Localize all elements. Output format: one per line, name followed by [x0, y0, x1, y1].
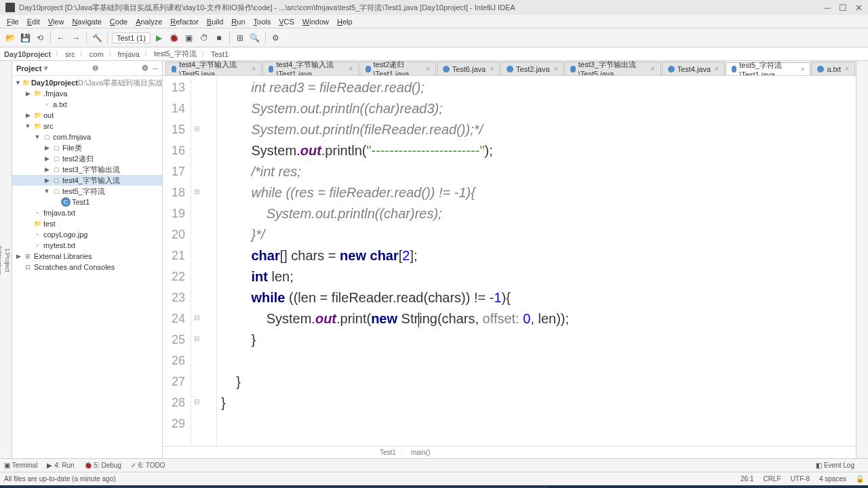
menu-refactor[interactable]: Refactor: [166, 18, 203, 26]
project-tree[interactable]: ▼📁Day10project D:\Java零基础到项目实战系列课程\day10…: [12, 76, 162, 458]
gear-icon[interactable]: ⚙: [142, 64, 149, 73]
menu-help[interactable]: Help: [333, 18, 357, 26]
tree-node[interactable]: ▫copyLogo.jpg: [12, 229, 162, 240]
search-icon[interactable]: 🔍: [249, 32, 261, 44]
editor-tab[interactable]: test3_字节输出流\Test5.java×: [564, 62, 660, 75]
editor-tab[interactable]: test4_字节输入流\Test5.java×: [165, 62, 262, 75]
todo-tab[interactable]: ✓ 6: TODO: [131, 462, 165, 469]
right-tool-gutter: [856, 61, 868, 458]
tree-node[interactable]: ▶▢File类: [12, 142, 162, 153]
menu-bar: FileEditViewNavigateCodeAnalyzeRefactorB…: [0, 15, 868, 28]
profile-icon[interactable]: ⏱: [198, 32, 210, 44]
breadcrumb-item[interactable]: test5_字符流: [154, 49, 197, 59]
run-config-select[interactable]: Test1 (1): [112, 33, 151, 43]
tree-node[interactable]: ▼▢com.fmjava: [12, 131, 162, 142]
tree-node[interactable]: ⊡Scratches and Consoles: [12, 262, 162, 272]
close-button[interactable]: ✕: [855, 3, 863, 13]
build-icon[interactable]: 🔨: [91, 32, 103, 44]
breadcrumb-item[interactable]: Day10project: [4, 50, 51, 58]
app-icon: [5, 3, 15, 12]
terminal-tab[interactable]: ▣ Terminal: [4, 462, 37, 469]
menu-file[interactable]: File: [3, 18, 23, 26]
breadcrumb-item[interactable]: src: [65, 50, 75, 58]
stop-icon[interactable]: ■: [213, 32, 225, 44]
tree-node[interactable]: ▼▢test5_字符流: [12, 186, 162, 197]
code-editor[interactable]: int read3 = fileReader.read(); System.ou…: [217, 76, 856, 446]
line-gutter: 1314151617181920212223242526272829: [163, 76, 191, 446]
tree-node[interactable]: ▼📁src: [12, 121, 162, 131]
taskbar: ⊞ ○ e ▭ ◉ Camtasia 9办公 (D:)Day10project …: [0, 485, 868, 488]
tree-node[interactable]: ▶▢test4_字节输入流: [12, 175, 162, 186]
tree-node[interactable]: ▫fmjava.txt: [12, 207, 162, 218]
forward-icon[interactable]: →: [70, 32, 82, 44]
event-log-tab[interactable]: ◧ Event Log: [816, 462, 854, 469]
status-encoding[interactable]: UTF-8: [791, 475, 810, 483]
open-icon[interactable]: 📂: [4, 32, 16, 44]
structure-icon[interactable]: ⊞: [234, 32, 246, 44]
editor-tab[interactable]: Test2.java×: [500, 62, 564, 75]
nav-trail-item[interactable]: main(): [411, 449, 430, 456]
menu-vcs[interactable]: VCS: [275, 18, 298, 26]
tree-node[interactable]: ▶⊞External Libraries: [12, 251, 162, 262]
fold-gutter: ⊟⊟⊟⊟⊟: [191, 76, 217, 446]
left-tool-gutter: 1:Project 7:Structure 2:Favorites: [0, 61, 12, 458]
window-title: Day10project [D:\Java零基础到项目实战系列课程\day10-…: [19, 3, 515, 13]
breadcrumb-item[interactable]: fmjava: [118, 50, 140, 58]
maximize-button[interactable]: ☐: [839, 3, 847, 13]
hide-icon[interactable]: ─: [153, 64, 158, 73]
editor-tab[interactable]: test4_字节输入流\Test1.java×: [262, 62, 359, 75]
breadcrumb-item[interactable]: Test1: [211, 50, 229, 58]
nav-trail-item[interactable]: Test1: [380, 449, 396, 456]
status-message: All files are up-to-date (a minute ago): [4, 475, 116, 483]
collapse-icon[interactable]: ⊖: [92, 64, 98, 73]
editor-tab[interactable]: Test6.java×: [437, 62, 500, 75]
menu-navigate[interactable]: Navigate: [68, 18, 105, 26]
sync-icon[interactable]: ⟲: [34, 32, 46, 44]
editor-tab[interactable]: test2递归\Test1.java×: [359, 62, 435, 75]
run-tab[interactable]: ▶ 4: Run: [47, 462, 74, 469]
debug-icon[interactable]: 🐞: [168, 32, 180, 44]
status-eol[interactable]: CRLF: [764, 475, 781, 483]
debug-tab[interactable]: 🐞 5: Debug: [84, 462, 121, 469]
editor-tab-bar: test4_字节输入流\Test5.java×test4_字节输入流\Test1…: [163, 61, 856, 76]
tree-node[interactable]: ▶▢test2递归: [12, 153, 162, 164]
breadcrumb-item[interactable]: com: [90, 50, 104, 58]
tree-node[interactable]: ▫mytest.txt: [12, 240, 162, 251]
tree-node[interactable]: CTest1: [12, 197, 162, 207]
run-icon[interactable]: ▶: [153, 32, 165, 44]
coverage-icon[interactable]: ▣: [183, 32, 195, 44]
minimize-button[interactable]: ─: [825, 3, 831, 13]
editor-area: test4_字节输入流\Test5.java×test4_字节输入流\Test1…: [163, 61, 856, 458]
editor-tab[interactable]: Test4.java×: [662, 62, 725, 75]
tree-node[interactable]: ▶📁out: [12, 110, 162, 121]
back-icon[interactable]: ←: [55, 32, 67, 44]
tree-node[interactable]: ▫a.txt: [12, 99, 162, 110]
settings-icon[interactable]: ⚙: [270, 32, 282, 44]
menu-tools[interactable]: Tools: [250, 18, 275, 26]
project-tool-tab[interactable]: 1:Project: [3, 244, 12, 277]
editor-tab[interactable]: test5_字符流\Test1.java×: [726, 62, 810, 76]
menu-build[interactable]: Build: [203, 18, 227, 26]
save-icon[interactable]: 💾: [19, 32, 31, 44]
menu-run[interactable]: Run: [227, 18, 249, 26]
structure-tool-tab[interactable]: 7:Structure: [0, 241, 3, 279]
breadcrumb: Day10project〉src〉com〉fmjava〉test5_字符流〉Te…: [0, 47, 868, 61]
menu-edit[interactable]: Edit: [23, 18, 44, 26]
title-bar: Day10project [D:\Java零基础到项目实战系列课程\day10-…: [0, 0, 868, 15]
menu-code[interactable]: Code: [106, 18, 132, 26]
editor-tab[interactable]: a.txt×: [811, 62, 855, 75]
project-panel-header: Project ▾ ⊖ ⚙ ─: [12, 61, 162, 76]
nav-trail: Test1〉main(): [163, 446, 856, 458]
status-linecol[interactable]: 26:1: [741, 475, 753, 483]
tree-node[interactable]: ▶📁.fmjava: [12, 88, 162, 99]
status-bar: All files are up-to-date (a minute ago) …: [0, 472, 868, 485]
bottom-tool-bar: ▣ Terminal ▶ 4: Run 🐞 5: Debug ✓ 6: TODO…: [0, 458, 868, 472]
tree-node[interactable]: ▶▢test3_字节输出流: [12, 164, 162, 175]
menu-view[interactable]: View: [44, 18, 68, 26]
tree-node[interactable]: 📁test: [12, 218, 162, 229]
status-lock-icon[interactable]: 🔓: [856, 475, 864, 483]
status-indent[interactable]: 4 spaces: [819, 475, 846, 483]
tree-node[interactable]: ▼📁Day10project D:\Java零基础到项目实战系列课程\day10…: [12, 77, 162, 88]
menu-analyze[interactable]: Analyze: [132, 18, 166, 26]
menu-window[interactable]: Window: [298, 18, 333, 26]
